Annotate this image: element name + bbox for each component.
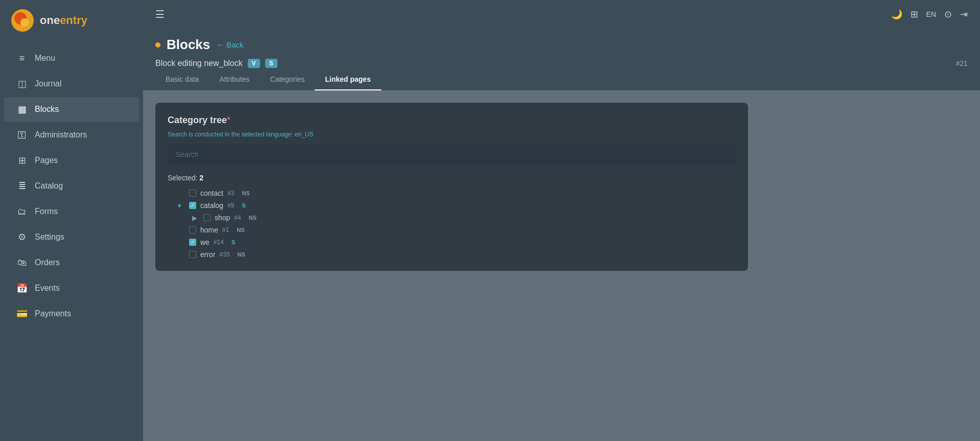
search-hint: Search is conducted in the selected lang…	[168, 131, 736, 138]
block-edit-title: Block editing new_block V S	[155, 59, 277, 68]
logout-icon[interactable]: ⇥	[960, 9, 968, 20]
tab-attributes[interactable]: Attributes	[209, 68, 260, 90]
tree-list: contact #3 NS ▾ catalog #9 S	[168, 189, 736, 259]
tree-item-shop: ▶ shop #4 NS	[192, 214, 736, 222]
sidebar-item-settings[interactable]: ⚙ Settings	[4, 225, 139, 249]
sidebar-item-blocks[interactable]: ▦ Blocks	[4, 97, 139, 122]
topbar-right: 🌙 ⊞ EN ⊙ ⇥	[891, 9, 968, 20]
sidebar-item-catalog[interactable]: ≣ Catalog	[4, 174, 139, 198]
tree-item-catalog-group: ▾ catalog #9 S ▶ shop #4 NS	[178, 201, 736, 222]
sidebar-navigation: ≡ Menu ◫ Journal ▦ Blocks ⚿ Administrato…	[0, 41, 143, 331]
tree-item-error: error #35 NS	[178, 250, 736, 259]
status-dot	[155, 42, 160, 48]
tree-item-we: we #14 S	[178, 238, 736, 246]
tabs-container: Basic data Attributes Categories Linked …	[143, 68, 980, 90]
sidebar-item-settings-label: Settings	[35, 233, 64, 242]
sidebar-item-catalog-label: Catalog	[35, 181, 63, 191]
checkbox-shop[interactable]	[203, 214, 211, 221]
sidebar-item-events-label: Events	[35, 284, 60, 293]
menu-icon: ≡	[16, 53, 28, 64]
sidebar-item-forms[interactable]: 🗂 Forms	[4, 199, 139, 224]
tab-linked-pages[interactable]: Linked pages	[315, 68, 381, 90]
journal-icon: ◫	[16, 78, 28, 89]
tab-categories[interactable]: Categories	[260, 68, 315, 90]
category-tree-panel: Category tree* Search is conducted in th…	[155, 103, 748, 271]
page-title: Blocks	[167, 37, 210, 53]
tree-item-home: home #1 NS	[178, 226, 736, 234]
catalog-icon: ≣	[16, 180, 28, 192]
sidebar-item-events[interactable]: 📅 Events	[4, 276, 139, 300]
badge-v: V	[248, 59, 260, 68]
panel-title: Category tree*	[168, 115, 736, 126]
topbar: ☰ 🌙 ⊞ EN ⊙ ⇥	[143, 0, 980, 29]
search-input[interactable]	[168, 144, 736, 165]
hamburger-button[interactable]: ☰	[155, 8, 165, 20]
events-icon: 📅	[16, 283, 28, 294]
back-link[interactable]: ← Back	[216, 40, 243, 50]
sidebar-item-administrators-label: Administrators	[35, 130, 87, 140]
tree-children-catalog: ▶ shop #4 NS	[178, 214, 736, 222]
logo-icon	[10, 8, 35, 33]
sidebar: oneentry ≡ Menu ◫ Journal ▦ Blocks ⚿ Adm…	[0, 0, 143, 441]
sidebar-item-orders-label: Orders	[35, 258, 60, 267]
pages-icon: ⊞	[16, 155, 28, 166]
settings-icon: ⚙	[16, 231, 28, 243]
administrators-icon: ⚿	[16, 129, 28, 141]
selected-count: Selected: 2	[168, 174, 736, 182]
main-content: ☰ 🌙 ⊞ EN ⊙ ⇥ Blocks ← Back Block editing…	[143, 0, 980, 441]
expand-catalog[interactable]: ▾	[178, 202, 185, 210]
block-edit-header: Block editing new_block V S #21	[143, 53, 980, 68]
tree-item-contact: contact #3 NS	[178, 189, 736, 197]
block-edit-title-text: Block editing new_block	[155, 59, 243, 68]
block-id: #21	[956, 59, 968, 67]
payments-icon: 💳	[16, 308, 28, 319]
orders-icon: 🛍	[16, 257, 28, 268]
sidebar-item-administrators[interactable]: ⚿ Administrators	[4, 123, 139, 147]
page-header: Blocks ← Back	[143, 29, 980, 53]
sidebar-item-payments[interactable]: 💳 Payments	[4, 301, 139, 326]
blocks-icon: ▦	[16, 104, 28, 115]
checkbox-home[interactable]	[189, 226, 196, 234]
badge-s: S	[265, 59, 277, 68]
tree-item-catalog: ▾ catalog #9 S	[178, 201, 736, 210]
sidebar-item-journal[interactable]: ◫ Journal	[4, 72, 139, 96]
logo-text: oneentry	[40, 14, 87, 27]
sidebar-item-pages[interactable]: ⊞ Pages	[4, 148, 139, 173]
sidebar-item-menu[interactable]: ≡ Menu	[4, 46, 139, 71]
sidebar-item-forms-label: Forms	[35, 207, 58, 216]
help-icon[interactable]: ⊙	[944, 9, 952, 20]
moon-icon[interactable]: 🌙	[891, 9, 902, 20]
sidebar-item-journal-label: Journal	[35, 79, 61, 88]
sidebar-item-menu-label: Menu	[35, 54, 55, 63]
checkbox-catalog[interactable]	[189, 202, 196, 209]
language-selector[interactable]: EN	[926, 10, 936, 18]
topbar-left: ☰	[155, 8, 165, 20]
svg-point-2	[20, 18, 29, 27]
checkbox-we[interactable]	[189, 239, 196, 246]
tab-basic-data[interactable]: Basic data	[155, 68, 209, 90]
forms-icon: 🗂	[16, 206, 28, 217]
checkbox-contact[interactable]	[189, 190, 196, 197]
grid-icon[interactable]: ⊞	[911, 9, 918, 20]
required-mark: *	[227, 115, 230, 125]
logo: oneentry	[0, 0, 143, 41]
sidebar-item-blocks-label: Blocks	[35, 105, 59, 114]
sidebar-item-pages-label: Pages	[35, 156, 58, 165]
back-label: Back	[226, 40, 243, 49]
content-area: Category tree* Search is conducted in th…	[143, 90, 980, 441]
back-arrow-icon: ←	[216, 40, 224, 50]
sidebar-item-orders[interactable]: 🛍 Orders	[4, 250, 139, 275]
checkbox-error[interactable]	[189, 251, 196, 258]
sidebar-item-payments-label: Payments	[35, 309, 71, 318]
expand-shop[interactable]: ▶	[192, 214, 199, 222]
